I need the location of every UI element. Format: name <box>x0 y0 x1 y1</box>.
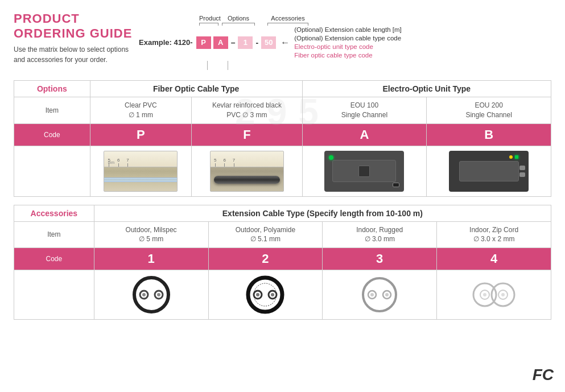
page-title: PRODUCT ORDERING GUIDE <box>14 11 139 41</box>
fc-logo: FC <box>533 366 554 384</box>
diag-options-label: Options <box>222 15 255 22</box>
header-section: PRODUCT ORDERING GUIDE Use the matrix be… <box>14 11 551 70</box>
svg-point-19 <box>483 293 486 296</box>
dash1: – <box>231 38 236 47</box>
accessories-table-section: Accessories Extension Cable Type (Specif… <box>14 205 551 320</box>
options-header-label: Options <box>14 81 90 97</box>
acc-code-4: 4 <box>437 248 551 270</box>
options-item-row: Item Clear PVC∅ 1 mm Kevlar reinforced b… <box>14 97 551 124</box>
cable-cs-3-icon <box>360 275 399 315</box>
cable-cs-2-icon <box>245 275 285 315</box>
options-code-B: B <box>427 123 551 146</box>
accessories-header-row: Accessories Extension Cable Type (Specif… <box>14 205 551 221</box>
accessories-item-label: Item <box>14 221 94 248</box>
diag-product-label: Product <box>199 15 218 22</box>
svg-point-21 <box>501 293 505 296</box>
acc-item-1: Outdoor, Polyamide∅ 5.1 mm <box>208 221 323 248</box>
options-image-F: 5 6 7 <box>192 146 302 196</box>
acc-image-1 <box>94 270 208 320</box>
accessories-image-row <box>14 270 551 320</box>
options-item-3: EOU 200Single Channel <box>427 97 551 124</box>
options-image-A <box>302 146 427 196</box>
accessories-code-row: Code 1 2 3 4 <box>14 248 551 270</box>
svg-point-13 <box>370 293 374 296</box>
svg-point-15 <box>385 293 389 296</box>
options-header-row: Options Fiber Optic Cable Type Electro-O… <box>14 81 551 97</box>
acc-image-4 <box>437 270 551 320</box>
eou-header: Electro-Optic Unit Type <box>302 81 551 97</box>
dash2: - <box>255 38 258 47</box>
code-box-1: 1 <box>238 36 253 49</box>
options-image-B <box>427 146 551 196</box>
cable-cs-1-icon <box>131 275 171 315</box>
options-table-section: Options Fiber Optic Cable Type Electro-O… <box>14 80 551 197</box>
right-label-0: (Optional) Extension cable length [m] <box>294 26 402 33</box>
accessories-table: Accessories Extension Cable Type (Specif… <box>14 205 551 320</box>
svg-point-2 <box>142 293 146 296</box>
options-item-0: Clear PVC∅ 1 mm <box>90 97 192 124</box>
example-prefix: Example: 4120- <box>139 38 193 47</box>
options-code-row: Code P F A B <box>14 123 551 146</box>
right-label-3: Fiber optic cable type code <box>294 52 402 59</box>
options-code-A: A <box>302 123 427 146</box>
acc-code-3: 3 <box>323 248 437 270</box>
header-left: PRODUCT ORDERING GUIDE Use the matrix be… <box>14 11 139 65</box>
svg-point-10 <box>271 293 274 296</box>
acc-image-empty <box>14 270 94 320</box>
options-code-P: P <box>90 123 192 146</box>
fiber-optic-header: Fiber Optic Cable Type <box>90 81 302 97</box>
right-label-2: Electro-optic unit type code <box>294 43 402 50</box>
acc-image-2 <box>208 270 323 320</box>
diag-accessories-label: Accessories <box>267 15 308 22</box>
right-label-1: (Optional) Extension cable type code <box>294 35 402 42</box>
acc-image-3 <box>323 270 437 320</box>
options-table: Options Fiber Optic Cable Type Electro-O… <box>14 80 551 197</box>
subtitle: Use the matrix below to select options a… <box>14 44 139 65</box>
options-item-label: Item <box>14 97 90 124</box>
acc-code-2: 2 <box>208 248 323 270</box>
example-row: Example: 4120- P A – 1 - 50 ← (Optional)… <box>139 26 551 59</box>
code-box-50: 50 <box>261 36 276 49</box>
accessories-header-label: Accessories <box>14 205 94 221</box>
svg-point-8 <box>256 293 259 296</box>
acc-item-3: Indoor, Zip Cord∅ 3.0 x 2 mm <box>437 221 551 248</box>
svg-point-4 <box>157 293 160 296</box>
options-image-row: 5 6 7 mm <box>14 146 551 196</box>
right-labels: (Optional) Extension cable length [m] (O… <box>294 26 402 59</box>
ordering-diagram: Product Options Accessories Example: 412… <box>139 11 551 70</box>
acc-item-2: Indoor, Rugged∅ 3.0 mm <box>323 221 437 248</box>
accessories-item-row: Item Outdoor, Milspec∅ 5 mm Outdoor, Pol… <box>14 221 551 248</box>
options-code-F: F <box>192 123 302 146</box>
options-image-empty <box>14 146 90 196</box>
arrow-symbol: ← <box>281 38 290 48</box>
acc-code-1: 1 <box>94 248 208 270</box>
options-code-label: Code <box>14 123 90 146</box>
accessories-code-label: Code <box>14 248 94 270</box>
code-box-P: P <box>196 36 211 49</box>
options-item-1: Kevlar reinforced blackPVC ∅ 3 mm <box>192 97 302 124</box>
options-item-2: EOU 100Single Channel <box>302 97 427 124</box>
extension-cable-header: Extension Cable Type (Specify length fro… <box>94 205 551 221</box>
acc-item-0: Outdoor, Milspec∅ 5 mm <box>94 221 208 248</box>
cable-cs-4-icon <box>471 275 517 315</box>
code-box-A: A <box>213 36 228 49</box>
options-image-P: 5 6 7 mm <box>90 146 192 196</box>
